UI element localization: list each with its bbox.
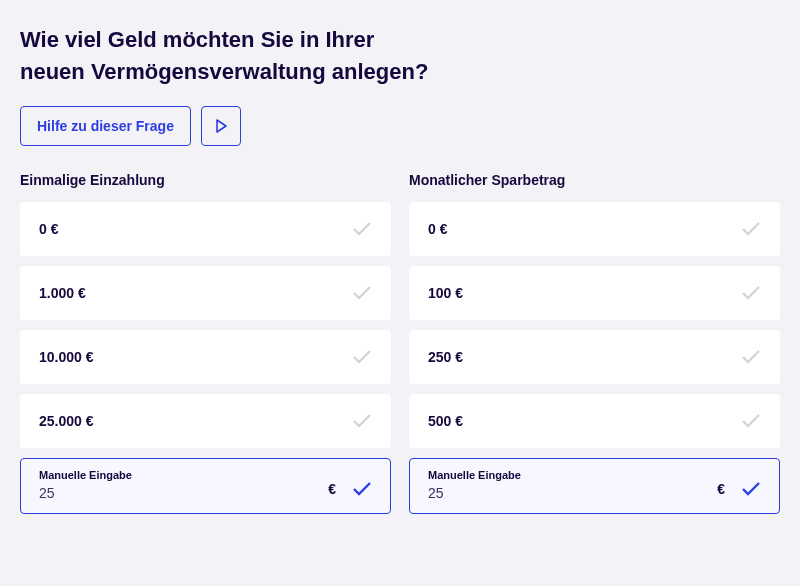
columns: Einmalige Einzahlung 0 € 1.000 € 10.000 …: [20, 172, 780, 514]
option-label: 25.000 €: [39, 413, 94, 429]
help-row: Hilfe zu dieser Frage: [20, 106, 780, 146]
heading-line1: Wie viel Geld möchten Sie in Ihrer: [20, 27, 374, 52]
options-right: 0 € 100 € 250 € 500 € Manuelle Eingabe: [409, 202, 780, 514]
currency-symbol: €: [717, 481, 725, 497]
manual-input-option[interactable]: Manuelle Eingabe €: [409, 458, 780, 514]
manual-amount-input[interactable]: [428, 485, 717, 501]
manual-right: €: [328, 481, 372, 501]
column-one-time-deposit: Einmalige Einzahlung 0 € 1.000 € 10.000 …: [20, 172, 391, 514]
option-label: 500 €: [428, 413, 463, 429]
options-left: 0 € 1.000 € 10.000 € 25.000 € Manuelle E…: [20, 202, 391, 514]
check-icon: [352, 350, 372, 364]
check-icon: [352, 482, 372, 496]
check-icon: [352, 222, 372, 236]
column-title-left: Einmalige Einzahlung: [20, 172, 391, 188]
help-button[interactable]: Hilfe zu dieser Frage: [20, 106, 191, 146]
check-icon: [352, 414, 372, 428]
manual-input-option[interactable]: Manuelle Eingabe €: [20, 458, 391, 514]
option-item[interactable]: 25.000 €: [20, 394, 391, 448]
column-title-right: Monatlicher Sparbetrag: [409, 172, 780, 188]
option-label: 0 €: [428, 221, 447, 237]
option-item[interactable]: 0 €: [20, 202, 391, 256]
option-label: 250 €: [428, 349, 463, 365]
check-icon: [741, 414, 761, 428]
option-item[interactable]: 500 €: [409, 394, 780, 448]
option-label: 0 €: [39, 221, 58, 237]
option-label: 1.000 €: [39, 285, 86, 301]
option-item[interactable]: 100 €: [409, 266, 780, 320]
manual-label: Manuelle Eingabe: [428, 469, 717, 481]
manual-inner: Manuelle Eingabe: [428, 469, 717, 501]
check-icon: [741, 482, 761, 496]
option-label: 10.000 €: [39, 349, 94, 365]
manual-right: €: [717, 481, 761, 501]
option-label: 100 €: [428, 285, 463, 301]
svg-marker-0: [217, 120, 226, 132]
heading-line2: neuen Vermögensverwaltung anlegen?: [20, 59, 428, 84]
check-icon: [741, 286, 761, 300]
check-icon: [741, 222, 761, 236]
column-monthly-savings: Monatlicher Sparbetrag 0 € 100 € 250 € 5…: [409, 172, 780, 514]
manual-label: Manuelle Eingabe: [39, 469, 328, 481]
option-item[interactable]: 250 €: [409, 330, 780, 384]
option-item[interactable]: 10.000 €: [20, 330, 391, 384]
check-icon: [352, 286, 372, 300]
play-icon: [214, 119, 228, 133]
option-item[interactable]: 0 €: [409, 202, 780, 256]
currency-symbol: €: [328, 481, 336, 497]
manual-amount-input[interactable]: [39, 485, 328, 501]
page-heading: Wie viel Geld möchten Sie in Ihrer neuen…: [20, 24, 780, 88]
manual-inner: Manuelle Eingabe: [39, 469, 328, 501]
option-item[interactable]: 1.000 €: [20, 266, 391, 320]
play-video-button[interactable]: [201, 106, 241, 146]
check-icon: [741, 350, 761, 364]
